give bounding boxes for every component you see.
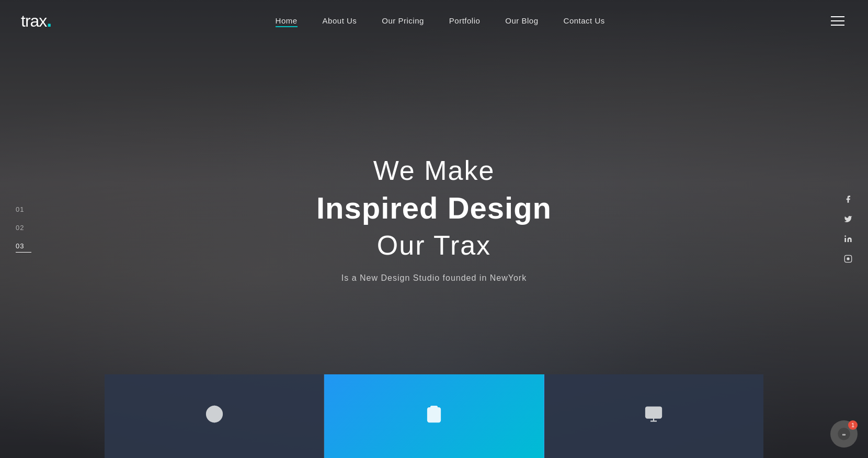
- nav-link-about[interactable]: About Us: [323, 16, 357, 25]
- linkedin-icon[interactable]: [844, 235, 852, 243]
- svg-point-0: [844, 235, 846, 237]
- globe-icon: [205, 405, 224, 428]
- social-icons: [844, 195, 852, 263]
- slide-02[interactable]: 02: [16, 224, 31, 232]
- bottom-section: [105, 374, 763, 458]
- twitter-icon[interactable]: [844, 215, 852, 223]
- hero-line3: Our Trax: [316, 230, 552, 261]
- bottom-card-monitor[interactable]: [544, 374, 763, 458]
- nav-item-portfolio[interactable]: Portfolio: [449, 16, 481, 26]
- nav-item-blog[interactable]: Our Blog: [505, 16, 538, 26]
- nav-link-blog[interactable]: Our Blog: [505, 16, 538, 25]
- navbar: trax . Home About Us Our Pricing Portfol…: [0, 0, 868, 42]
- nav-link-home[interactable]: Home: [276, 16, 298, 27]
- notification-count: 1: [848, 420, 858, 430]
- slide-indicators: 01 02 03: [16, 205, 31, 253]
- facebook-icon[interactable]: [844, 195, 852, 203]
- nav-item-contact[interactable]: Contact Us: [564, 16, 605, 26]
- slide-01[interactable]: 01: [16, 205, 31, 213]
- hero-content: We Make Inspired Design Our Trax Is a Ne…: [316, 155, 552, 283]
- bottom-card-clipboard[interactable]: [324, 374, 544, 458]
- clipboard-icon: [425, 405, 443, 428]
- nav-link-contact[interactable]: Contact Us: [564, 16, 605, 25]
- nav-item-pricing[interactable]: Our Pricing: [382, 16, 424, 26]
- monitor-icon: [644, 405, 663, 428]
- hero-line2: Inspired Design: [316, 190, 552, 225]
- nav-item-about[interactable]: About Us: [323, 16, 357, 26]
- nav-links: Home About Us Our Pricing Portfolio Our …: [276, 16, 605, 26]
- nav-item-home[interactable]: Home: [276, 16, 298, 26]
- bottom-card-globe[interactable]: [105, 374, 324, 458]
- hamburger-line-3: [831, 25, 844, 26]
- svg-rect-5: [431, 406, 437, 409]
- hero-line1: We Make: [316, 155, 552, 186]
- hamburger-line-2: [831, 20, 844, 21]
- svg-text:∞: ∞: [842, 432, 846, 437]
- slide-03[interactable]: 03: [16, 242, 31, 253]
- logo-dot: .: [47, 11, 52, 30]
- hamburger-menu[interactable]: [828, 14, 847, 28]
- logo[interactable]: trax .: [21, 11, 52, 31]
- hero-subtitle: Is a New Design Studio founded in NewYor…: [316, 273, 552, 283]
- nav-link-pricing[interactable]: Our Pricing: [382, 16, 424, 25]
- hamburger-line-1: [831, 16, 844, 17]
- svg-rect-6: [646, 407, 661, 418]
- nav-link-portfolio[interactable]: Portfolio: [449, 16, 481, 25]
- instagram-icon[interactable]: [844, 255, 852, 263]
- notification-badge[interactable]: ∞ 1: [830, 420, 858, 448]
- logo-text: trax: [21, 12, 47, 31]
